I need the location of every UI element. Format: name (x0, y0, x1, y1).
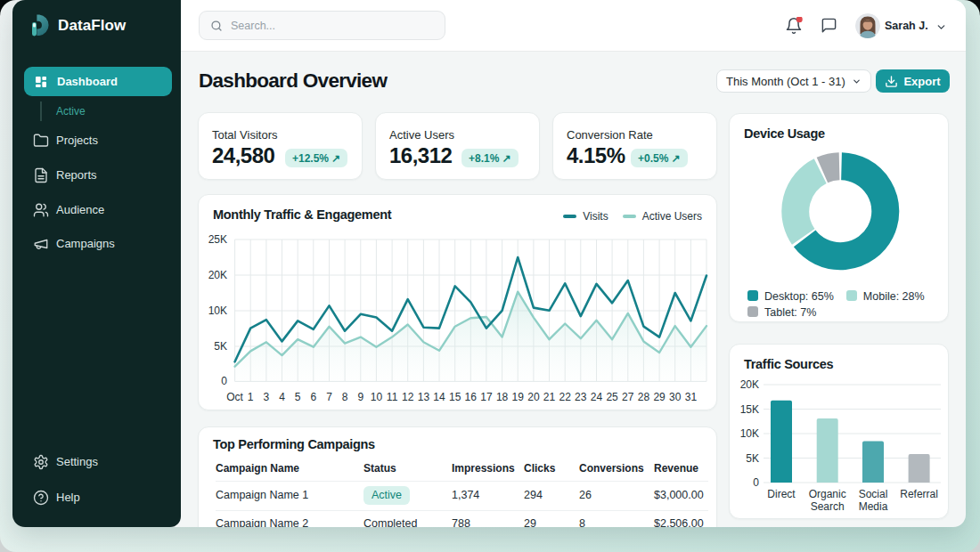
svg-text:13: 13 (418, 391, 430, 403)
svg-text:7: 7 (326, 391, 332, 403)
svg-text:24: 24 (591, 391, 603, 403)
svg-text:Search: Search (811, 500, 845, 513)
svg-text:30: 30 (669, 391, 682, 403)
svg-text:14: 14 (433, 391, 445, 403)
svg-text:22: 22 (559, 391, 572, 403)
svg-text:27: 27 (622, 391, 634, 403)
svg-text:Social: Social (859, 488, 888, 500)
svg-text:15: 15 (449, 391, 461, 403)
svg-text:12: 12 (402, 391, 414, 403)
svg-text:17: 17 (480, 391, 493, 403)
svg-text:9: 9 (357, 391, 363, 403)
svg-text:5: 5 (295, 391, 301, 403)
svg-text:5K: 5K (214, 340, 227, 353)
svg-text:31: 31 (685, 391, 698, 403)
svg-text:4: 4 (279, 391, 285, 403)
svg-text:21: 21 (543, 391, 556, 403)
svg-text:15K: 15K (740, 403, 759, 416)
svg-text:20K: 20K (740, 378, 759, 391)
svg-text:8: 8 (342, 391, 348, 403)
svg-text:3: 3 (264, 391, 270, 403)
svg-text:Direct: Direct (767, 488, 796, 500)
svg-text:23: 23 (575, 391, 587, 403)
svg-text:Oct: Oct (226, 391, 243, 403)
svg-text:6: 6 (310, 391, 316, 403)
svg-text:29: 29 (653, 391, 666, 403)
svg-text:25: 25 (606, 391, 618, 403)
svg-text:Media: Media (859, 500, 888, 513)
svg-text:5K: 5K (746, 452, 759, 465)
svg-text:0: 0 (221, 375, 227, 387)
svg-text:1: 1 (248, 391, 254, 403)
svg-text:18: 18 (496, 391, 509, 403)
svg-text:0: 0 (753, 476, 759, 489)
svg-text:20K: 20K (208, 269, 227, 281)
svg-text:28: 28 (638, 391, 650, 403)
svg-text:10: 10 (371, 391, 383, 403)
svg-text:10K: 10K (208, 304, 227, 317)
svg-text:20: 20 (527, 391, 540, 403)
svg-text:16: 16 (465, 391, 478, 403)
svg-text:10K: 10K (740, 427, 759, 440)
svg-text:11: 11 (387, 391, 398, 403)
svg-text:25K: 25K (208, 233, 227, 246)
svg-text:Referral: Referral (900, 488, 938, 500)
svg-text:Organic: Organic (809, 488, 846, 500)
svg-text:19: 19 (512, 391, 525, 403)
